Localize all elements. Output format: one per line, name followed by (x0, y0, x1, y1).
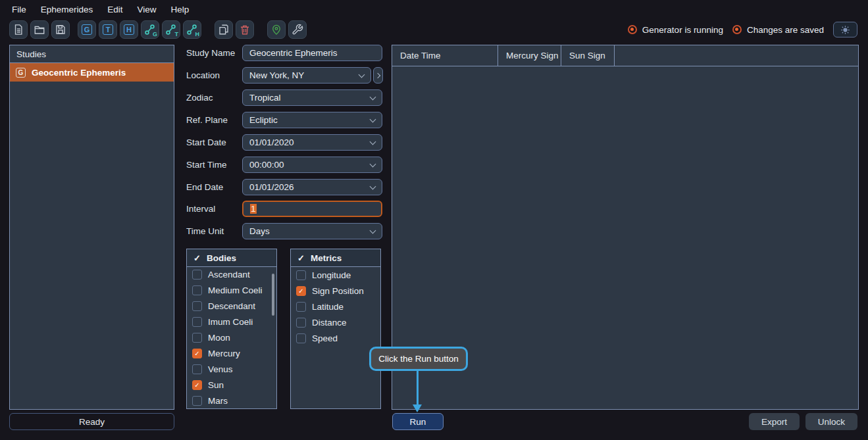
body-item-descendant[interactable]: Descendant (187, 299, 276, 314)
metric-checkbox-sign-position[interactable]: ✓ (296, 286, 306, 296)
start-date-dropdown[interactable]: 01/01/2020 (242, 134, 382, 151)
duplicate-button[interactable] (215, 20, 233, 39)
zodiac-dropdown[interactable]: Tropical (242, 89, 382, 106)
geocentric-badge-icon: G (16, 68, 26, 78)
metric-item-speed[interactable]: Speed (291, 330, 380, 346)
body-checkbox-moon[interactable] (192, 333, 202, 343)
heliocentric-graph-button[interactable]: H (183, 20, 201, 39)
end-date-dropdown[interactable]: 01/01/2026 (242, 179, 382, 195)
body-item-mercury[interactable]: ✓ Mercury (187, 345, 276, 361)
check-icon: ✓ (193, 253, 201, 263)
study-item-geocentric-ephemeris[interactable]: G Geocentric Ephemeris (10, 63, 174, 82)
interval-input[interactable]: 1 (242, 201, 382, 217)
study-name-label: Study Name (186, 45, 235, 61)
topocentric-button[interactable]: T (99, 20, 117, 39)
location-label: Location (186, 67, 220, 84)
menu-view[interactable]: View (138, 5, 157, 14)
body-checkbox-sun[interactable]: ✓ (192, 380, 202, 390)
metric-item-distance[interactable]: Distance (291, 314, 380, 330)
body-checkbox-ascendant[interactable] (192, 270, 202, 280)
tooltip-arrowhead-icon (413, 404, 422, 412)
metrics-header[interactable]: ✓ Metrics (291, 249, 380, 267)
menu-bar: File Ephemerides Edit View Help (0, 0, 868, 18)
copy-icon (218, 24, 230, 36)
generator-status-label: Generator is running (642, 25, 723, 35)
results-table-header: Date Time Mercury Sign Sun Sign (392, 45, 858, 66)
chevron-down-icon (370, 228, 376, 234)
menu-edit[interactable]: Edit (107, 5, 122, 14)
start-time-dropdown[interactable]: 00:00:00 (242, 157, 382, 173)
tutorial-tooltip: Click the Run button (369, 347, 468, 371)
geocentric-button[interactable]: G (78, 20, 96, 39)
metrics-panel: ✓ Metrics Longitude ✓ Sign Position Lati… (290, 249, 381, 409)
location-dropdown[interactable]: New York, NY (242, 67, 371, 84)
time-unit-dropdown[interactable]: Days (242, 223, 382, 239)
body-item-moon[interactable]: Moon (187, 330, 276, 346)
body-item-medium-coeli[interactable]: Medium Coeli (187, 283, 276, 299)
menu-file[interactable]: File (12, 5, 26, 14)
save-button[interactable] (51, 20, 70, 39)
toolbar: G T H G T H (0, 18, 868, 41)
body-item-imum-coeli[interactable]: Imum Coeli (187, 314, 276, 330)
chevron-down-icon (370, 116, 376, 123)
settings-button[interactable] (288, 20, 307, 39)
bodies-panel: ✓ Bodies Ascendant Medium Coeli Descenda… (186, 249, 277, 409)
export-button[interactable]: Export (749, 413, 800, 430)
body-item-venus[interactable]: Venus (187, 361, 276, 377)
ref-plane-dropdown[interactable]: Ecliptic (242, 112, 382, 128)
metric-item-latitude[interactable]: Latitude (291, 299, 380, 314)
topocentric-graph-button[interactable]: T (162, 20, 180, 39)
topocentric-icon: T (103, 24, 113, 35)
topocentric-graph-icon: T (165, 23, 178, 36)
metric-checkbox-distance[interactable] (296, 318, 306, 328)
body-item-sun[interactable]: ✓ Sun (187, 377, 276, 393)
start-date-label: Start Date (186, 134, 226, 151)
chevron-down-icon (370, 161, 376, 168)
heliocentric-button[interactable]: H (120, 20, 138, 39)
time-unit-label: Time Unit (186, 223, 224, 239)
body-item-ascendant[interactable]: Ascendant (187, 267, 276, 283)
column-header-filler (615, 45, 858, 66)
open-button[interactable] (30, 20, 49, 39)
metric-checkbox-speed[interactable] (296, 333, 306, 343)
new-study-button[interactable] (9, 20, 28, 39)
geocentric-graph-button[interactable]: G (141, 20, 159, 39)
bodies-header[interactable]: ✓ Bodies (187, 249, 276, 267)
zodiac-label: Zodiac (186, 89, 213, 106)
chevron-down-icon (370, 183, 376, 190)
location-button[interactable] (267, 20, 286, 39)
unlock-button[interactable]: Unlock (805, 413, 857, 430)
location-next-button[interactable] (373, 67, 383, 84)
body-checkbox-mars[interactable] (192, 396, 202, 406)
generator-status-dot-icon (628, 25, 637, 34)
delete-button[interactable] (236, 20, 254, 39)
body-checkbox-venus[interactable] (192, 364, 202, 374)
interval-label: Interval (186, 201, 215, 217)
save-icon (55, 24, 66, 36)
run-button[interactable]: Run (392, 413, 444, 430)
body-checkbox-descendant[interactable] (192, 301, 202, 311)
location-pin-icon (270, 24, 282, 36)
bodies-scrollbar[interactable] (272, 274, 274, 316)
theme-toggle-button[interactable] (833, 22, 857, 37)
generator-status: Generator is running (628, 25, 723, 35)
study-item-label: Geocentric Ephemeris (32, 68, 126, 78)
menu-help[interactable]: Help (171, 5, 190, 14)
changes-status-dot-icon (732, 25, 742, 34)
metric-checkbox-longitude[interactable] (296, 270, 306, 280)
menu-ephemerides[interactable]: Ephemerides (41, 5, 93, 14)
body-checkbox-imum-coeli[interactable] (192, 317, 202, 327)
column-header-sun-sign[interactable]: Sun Sign (561, 45, 615, 66)
column-header-mercury-sign[interactable]: Mercury Sign (498, 45, 561, 66)
column-header-date-time[interactable]: Date Time (392, 45, 498, 66)
metric-checkbox-latitude[interactable] (296, 302, 306, 312)
body-checkbox-medium-coeli[interactable] (192, 285, 202, 295)
body-item-mars[interactable]: Mars (187, 393, 276, 408)
study-name-input[interactable]: Geocentric Ephemeris (242, 45, 382, 61)
metric-item-longitude[interactable]: Longitude (291, 267, 380, 283)
folder-icon (34, 24, 45, 36)
body-checkbox-mercury[interactable]: ✓ (192, 349, 202, 358)
trash-icon (239, 24, 251, 36)
metric-item-sign-position[interactable]: ✓ Sign Position (291, 283, 380, 299)
studies-header: Studies (10, 45, 174, 63)
